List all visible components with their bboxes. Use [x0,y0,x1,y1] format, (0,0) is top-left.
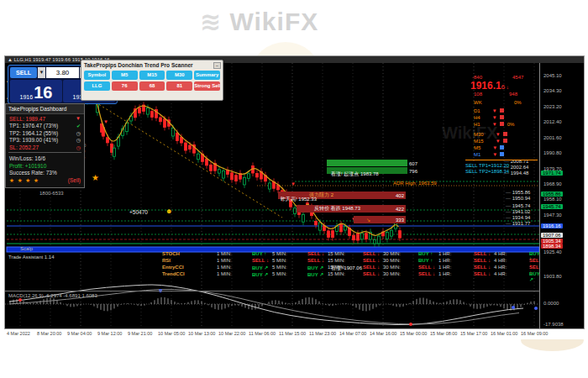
signal-value: BUY ↑ [418,258,433,263]
dashboard-row: TP2: 1964.12 (55%)◷ [6,129,84,136]
timeframe-label: 4 HR: [494,271,507,276]
price-axis[interactable]: 2045.102034.302023.202012.402001.601990.… [539,63,584,328]
panel-divider [465,160,538,160]
trade-assistant-title: Trade Assistant 1.14 [8,255,54,260]
dashboard-status-icon: ◷ [76,137,81,143]
dashboard-row-text: TP1: 1976.47 (73%) [9,123,58,129]
candle [185,143,187,150]
signal-value: BUY ↗ [252,265,268,270]
signal-value: SELL ↓ [418,265,435,270]
macd-signal-dot [409,323,412,326]
tf-name: M30 [474,132,484,137]
trend-state-square-icon [500,108,504,113]
macd-signal-dot [512,306,515,309]
candle [139,108,141,113]
scanner-value-cell[interactable]: 68 [139,81,165,91]
time-axis-label: 16 Mar 01:00 [491,331,517,336]
scanner-minimize-button[interactable]: − [213,62,221,69]
signal-value: SELL ↓ [307,258,324,263]
price-axis-chip: 1955.86 [541,192,563,197]
scanner-header-summary[interactable]: Summary [194,71,220,80]
lot-size-input[interactable]: 3.80 [46,67,79,78]
price-axis-chip: 1907.06 [541,233,563,238]
signal-value: SELL ↓ [363,271,380,276]
lot-decrease-button[interactable]: ▼ [38,67,45,78]
scanner-title: TakePropips Donchian Trend Pro Scanner [81,60,223,70]
tf-name: H1 [474,122,480,127]
price-axis-label: 2045.10 [543,73,562,78]
macd-window-divider[interactable] [5,291,539,291]
timeframe-label: 4 HR: [494,265,507,270]
time-axis[interactable]: 4 Mar 20228 Mar 20:009 Mar 04:009 Mar 12… [5,329,584,339]
dashboard-row-text: TP3: 1939.00 (41%) [9,137,58,143]
scanner-value-cell[interactable]: 76 [112,81,138,91]
time-axis-label: 11 Mar 06:00 [249,331,276,336]
dashboard-status-icon: ◷ [76,144,81,150]
signal-value: SELL ↓ [363,258,380,263]
candle [391,230,393,236]
timeframe-label: 1 HR: [438,258,451,263]
scanner-value-cell[interactable]: LLG [84,81,110,91]
price-axis-label: -17.9038 [543,322,564,327]
trend-down-arrow-icon: ▼ [492,145,497,150]
timeframe-trend-row: M5▼ [474,145,504,150]
zone-text: 反转价 看跌 1948.73 [314,205,360,213]
time-axis-label: 14 Mar 07:00 [339,331,366,336]
price-axis-chip: 1971.74 [541,171,563,176]
tf-name: M5 [474,145,480,150]
signal-value: BUY ↗ [307,271,323,277]
dashboard-status-icon: ▼ [76,116,81,122]
price-axis-label: 1947.30 [543,213,562,218]
time-axis-label: 4 Mar 2022 [7,331,30,336]
timeframe-label: 15 MIN: [328,251,345,256]
candle [147,108,150,114]
scanner-value-cell[interactable]: Strong Sell [194,81,220,91]
candle [151,112,154,118]
scanner-header-m30[interactable]: M30 [166,71,192,80]
price-axis-label: 2012.40 [543,119,562,124]
timeframe-trend-row: D1▼ [474,108,504,113]
timeframe-label: 1 HR: [438,271,451,276]
wikifx-logo-icon: ≋ [200,8,222,35]
scanner-header-m5[interactable]: M5 [112,71,138,80]
sell-button[interactable]: SELL [10,67,37,78]
price-axis-label: 2023.20 [543,104,562,109]
candle [210,165,213,171]
trend-state-square-icon [500,122,504,126]
scanner-header-m15[interactable]: M15 [139,71,165,80]
trend-down-arrow-icon: ▼ [492,115,497,120]
indicator-name: TrendCCI [162,271,185,276]
time-axis-label: 15 Mar 08:00 [430,331,457,336]
time-axis-label: 10 Mar 05:00 [158,331,185,336]
timeframe-label: 1 HR: [438,251,451,256]
winloss-stat: Win/Loss: 16/6 [6,155,84,162]
wk-label: WK [474,100,482,105]
indicator-name: EntryCCI [162,265,184,270]
candle [113,148,116,156]
trend-state-square-icon [503,139,507,143]
price-axis-label: 2001.60 [543,135,562,140]
timeframe-trend-row: M1▼ [474,152,504,157]
dashboard-row-text: SELL: 1989.47 [9,116,45,122]
signal-value: SELL ↓ [363,265,380,270]
tf-name: M15 [474,139,484,144]
timeframe-label: 30 MIN: [383,265,401,270]
dashboard-title[interactable]: TakePropips Dashboard [6,104,84,114]
time-axis-label: 14 Mar 16:00 [370,331,396,336]
zone-bar [327,160,407,166]
candle [197,154,200,159]
price-callout: 1955.86 [506,190,530,195]
star-rating-icon: ★ ★ ★ ★ [9,177,39,184]
indicator-name: STOCH [162,251,180,256]
timeframe-label: 1 MIN: [217,251,232,256]
zone-id: 333 [396,218,404,223]
timeframe-label: 30 MIN: [383,251,401,256]
timeframe-label: 1 MIN: [217,271,232,276]
bid-price[interactable]: 191616 [10,80,62,102]
candle [344,227,347,230]
price-axis-label: 1968.90 [543,181,562,186]
scanner-header-symbol[interactable]: Symbol [84,71,110,80]
scanner-value-cell[interactable]: 81 [166,81,192,91]
tf-name: H4 [474,115,480,120]
trading-terminal-window: ▲ LLG,H1 1919.47 1919.66 1915.10 1916.16… [4,55,585,329]
